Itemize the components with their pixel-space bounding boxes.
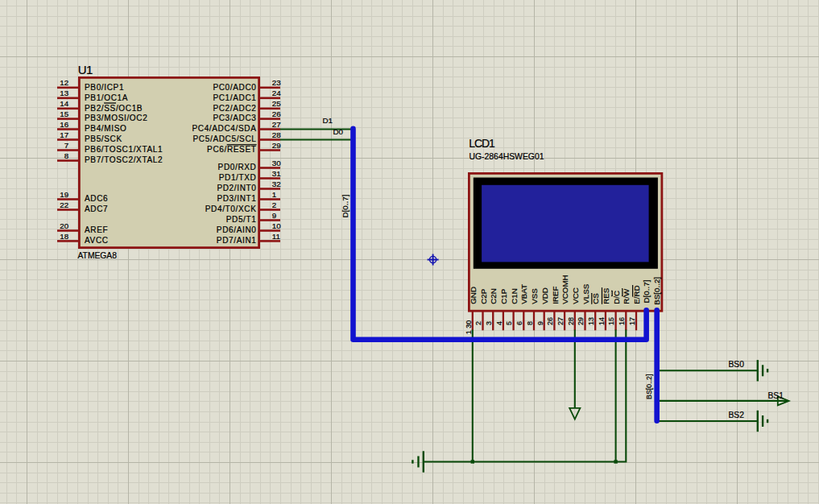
svg-text:1 30: 1 30 — [465, 320, 473, 335]
svg-text:C1N: C1N — [510, 288, 519, 304]
svg-text:PB0/ICP1: PB0/ICP1 — [85, 83, 124, 92]
svg-text:R/W: R/W — [622, 288, 631, 304]
svg-text:24: 24 — [272, 89, 281, 97]
svg-text:2: 2 — [474, 321, 482, 325]
svg-text:VCOMH: VCOMH — [560, 275, 569, 304]
svg-text:D[0..7]: D[0..7] — [341, 194, 350, 217]
svg-text:PD6/AIN0: PD6/AIN0 — [217, 225, 257, 234]
svg-text:BS[0..2]: BS[0..2] — [645, 374, 653, 399]
svg-text:E/RD: E/RD — [632, 285, 641, 304]
svg-text:28: 28 — [272, 130, 281, 139]
svg-text:PB7/TOSC2/XTAL2: PB7/TOSC2/XTAL2 — [85, 155, 163, 164]
svg-text:1: 1 — [272, 190, 276, 199]
svg-text:14: 14 — [598, 317, 606, 325]
svg-text:27: 27 — [556, 317, 565, 325]
svg-text:28: 28 — [567, 317, 575, 325]
svg-text:PD2/INT0: PD2/INT0 — [217, 184, 256, 192]
svg-text:4: 4 — [495, 321, 503, 325]
svg-text:15: 15 — [607, 317, 615, 325]
svg-text:PD5/T1: PD5/T1 — [226, 215, 257, 224]
svg-text:VCC: VCC — [571, 287, 580, 304]
svg-text:PD4/T0/XCK: PD4/T0/XCK — [205, 204, 257, 213]
svg-text:13: 13 — [587, 317, 595, 325]
svg-text:29: 29 — [577, 317, 585, 325]
svg-text:23: 23 — [272, 78, 281, 87]
svg-text:BS1: BS1 — [768, 391, 784, 400]
svg-text:C1P: C1P — [499, 288, 508, 304]
svg-text:UG-2864HSWEG01: UG-2864HSWEG01 — [469, 152, 544, 161]
svg-text:19: 19 — [60, 190, 68, 199]
svg-text:27: 27 — [272, 120, 281, 129]
svg-text:BS0: BS0 — [729, 360, 745, 369]
svg-text:D1: D1 — [323, 116, 333, 125]
svg-text:10: 10 — [272, 221, 281, 230]
svg-text:D/C: D/C — [612, 291, 621, 304]
svg-text:PB5/SCK: PB5/SCK — [85, 134, 122, 143]
svg-text:PD7/AIN1: PD7/AIN1 — [217, 236, 257, 245]
svg-text:9: 9 — [272, 211, 276, 220]
svg-text:11: 11 — [272, 232, 280, 241]
svg-text:PC4/ADC4/SDA: PC4/ADC4/SDA — [192, 124, 256, 133]
svg-text:18: 18 — [60, 232, 68, 241]
svg-text:VDD: VDD — [540, 287, 549, 304]
svg-text:VSS: VSS — [530, 288, 539, 304]
svg-text:VLSS: VLSS — [581, 283, 590, 304]
svg-text:30: 30 — [272, 159, 281, 167]
svg-text:32: 32 — [272, 180, 281, 188]
svg-text:8: 8 — [526, 321, 534, 325]
svg-text:PC0/ADC0: PC0/ADC0 — [213, 83, 256, 92]
svg-text:17: 17 — [60, 130, 68, 139]
svg-text:2: 2 — [272, 200, 276, 209]
svg-text:PC2/ADC2: PC2/ADC2 — [213, 104, 256, 113]
svg-text:PB3/MOSI/OC2: PB3/MOSI/OC2 — [85, 114, 147, 122]
svg-text:9: 9 — [536, 321, 544, 325]
svg-text:22: 22 — [60, 200, 68, 209]
svg-text:BS[0..2]: BS[0..2] — [652, 277, 661, 305]
svg-text:VBAT: VBAT — [519, 284, 528, 304]
svg-text:BS2: BS2 — [729, 411, 745, 419]
svg-text:PB1/OC1A: PB1/OC1A — [85, 93, 128, 102]
svg-text:25: 25 — [272, 99, 281, 108]
svg-text:6: 6 — [515, 321, 523, 325]
svg-text:AREF: AREF — [85, 225, 108, 234]
svg-text:PD0/RXD: PD0/RXD — [218, 163, 257, 171]
svg-text:D[0..7]: D[0..7] — [642, 279, 651, 303]
svg-text:13: 13 — [60, 89, 68, 97]
svg-text:15: 15 — [60, 109, 68, 118]
svg-text:LCD1: LCD1 — [469, 137, 495, 150]
svg-text:IREF: IREF — [551, 286, 560, 304]
svg-text:AVCC: AVCC — [85, 236, 109, 245]
svg-text:PC1/ADC1: PC1/ADC1 — [213, 93, 256, 102]
svg-text:8: 8 — [64, 151, 69, 160]
svg-text:12: 12 — [60, 78, 68, 87]
svg-text:PC3/ADC3: PC3/ADC3 — [213, 114, 256, 122]
svg-text:C2N: C2N — [489, 288, 498, 304]
svg-text:16: 16 — [618, 317, 626, 325]
svg-text:26: 26 — [272, 109, 281, 118]
svg-text:ATMEGA8: ATMEGA8 — [78, 251, 118, 260]
svg-text:U1: U1 — [78, 63, 93, 76]
svg-text:RES: RES — [602, 287, 610, 304]
svg-text:26: 26 — [546, 317, 554, 325]
svg-text:PC6/RESET: PC6/RESET — [207, 145, 256, 154]
svg-text:PD3/INT1: PD3/INT1 — [217, 194, 256, 203]
svg-text:29: 29 — [272, 141, 281, 150]
svg-text:5: 5 — [505, 321, 513, 325]
svg-text:ADC6: ADC6 — [85, 194, 108, 203]
svg-text:7: 7 — [64, 141, 68, 150]
svg-text:PD1/TXD: PD1/TXD — [219, 173, 257, 182]
svg-text:PC5/ADC5/SCL: PC5/ADC5/SCL — [193, 134, 257, 143]
svg-text:31: 31 — [272, 169, 281, 178]
svg-text:CS: CS — [591, 293, 600, 304]
svg-text:C2P: C2P — [479, 288, 488, 304]
svg-text:PB2/SS/OC1B: PB2/SS/OC1B — [85, 104, 143, 113]
svg-text:PB4/MISO: PB4/MISO — [85, 124, 126, 133]
svg-text:17: 17 — [628, 317, 636, 325]
svg-text:GND: GND — [469, 287, 478, 304]
svg-text:16: 16 — [60, 120, 68, 129]
svg-text:D0: D0 — [333, 127, 344, 136]
svg-text:14: 14 — [60, 99, 68, 108]
svg-text:3: 3 — [485, 321, 493, 325]
svg-text:20: 20 — [60, 221, 68, 230]
svg-text:PB6/TOSC1/XTAL1: PB6/TOSC1/XTAL1 — [85, 145, 163, 154]
